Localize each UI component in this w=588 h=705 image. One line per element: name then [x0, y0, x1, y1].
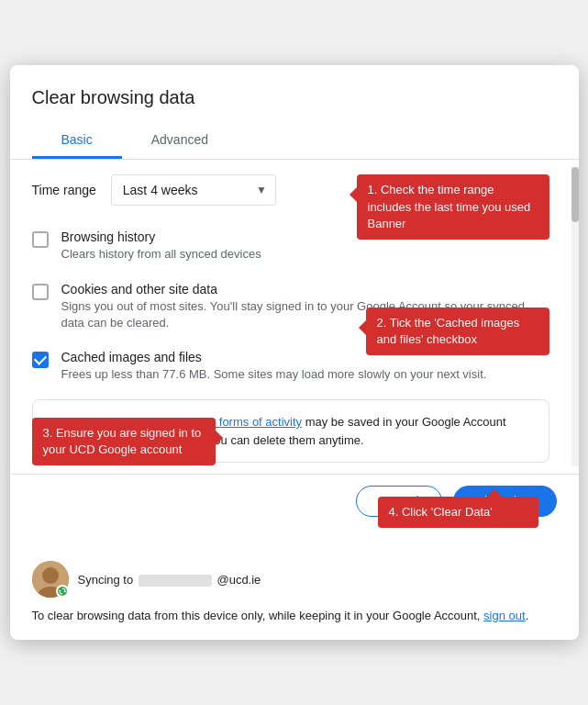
scrollbar-thumb[interactable] — [571, 167, 579, 222]
sign-out-link[interactable]: sign out — [483, 609, 526, 622]
bottom-text-before: To clear browsing data from this device … — [32, 609, 481, 622]
svg-point-1 — [42, 567, 59, 584]
sync-icon — [59, 588, 66, 595]
tooltip-signed-in: 3. Ensure you are signed in to your UCD … — [32, 418, 216, 465]
time-range-label: Time range — [32, 183, 96, 197]
avatar-wrapper — [32, 561, 69, 598]
time-range-select-wrapper: Last 4 weeks Last hour Last 24 hours Las… — [111, 174, 276, 206]
checkbox-cached-desc: Frees up less than 77.6 MB. Some sites m… — [61, 366, 549, 383]
sync-email-text: Syncing to @ucd.ie — [78, 573, 261, 587]
checkbox-cached-input[interactable] — [32, 352, 49, 368]
tabs-container: Basic Advanced — [10, 123, 579, 160]
sync-badge — [56, 585, 69, 598]
checkbox-browsing-history-input[interactable] — [32, 231, 49, 248]
sync-email-suffix: @ucd.ie — [216, 573, 261, 587]
tooltip-cached: 2. Tick the 'Cached images and files' ch… — [366, 308, 549, 355]
bottom-text-after: . — [526, 609, 529, 622]
footer: Cancel Clear data 3. Ensure you are sign… — [10, 474, 579, 640]
scrollbar-track[interactable] — [571, 167, 579, 466]
sync-row: Syncing to @ucd.ie — [32, 561, 557, 598]
tooltip-time-range: 1. Check the time range includes the las… — [357, 174, 549, 240]
bottom-text: To clear browsing data from this device … — [32, 607, 557, 625]
clear-browsing-data-dialog: Clear browsing data Basic Advanced Time … — [10, 65, 579, 639]
time-range-row: Time range Last 4 weeks Last hour Last 2… — [32, 174, 549, 206]
tab-basic[interactable]: Basic — [32, 123, 122, 159]
email-blurred — [139, 575, 212, 587]
dialog-title: Clear browsing data — [10, 87, 579, 123]
checkbox-browsing-history-desc: Clears history from all synced devices — [61, 246, 549, 263]
time-range-select[interactable]: Last 4 weeks Last hour Last 24 hours Las… — [111, 174, 276, 206]
checkbox-cookies-title: Cookies and other site data — [61, 282, 549, 297]
tooltip-click-clear: 4. Click 'Clear Data' — [378, 497, 538, 528]
tab-advanced[interactable]: Advanced — [122, 123, 238, 159]
checkbox-cookies-input[interactable] — [32, 284, 49, 300]
sync-text-before: Syncing to — [78, 573, 134, 587]
